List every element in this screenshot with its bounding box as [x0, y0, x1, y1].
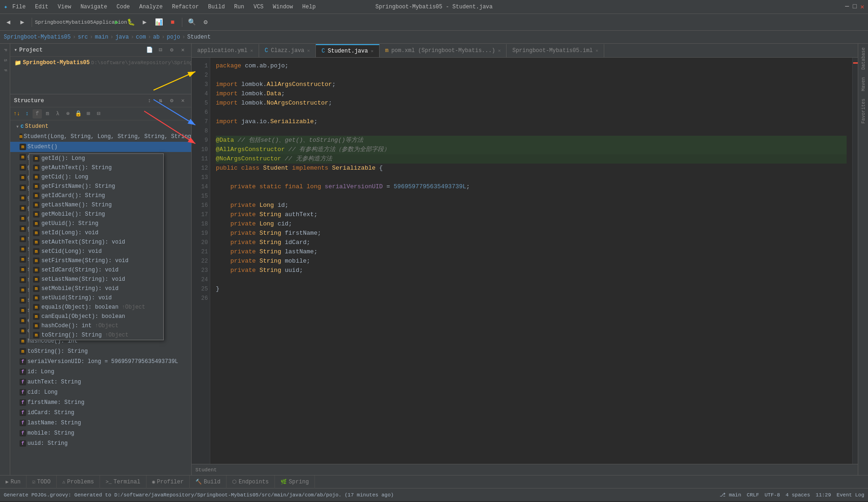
popup-item-getCid[interactable]: m getCid(): Long [29, 172, 163, 182]
run-button[interactable]: ▶ [110, 16, 123, 29]
tab-clazz-java[interactable]: C Clazz.java ✕ [259, 44, 316, 57]
popup-item-setLastName[interactable]: m setLastName(String): void [29, 275, 163, 284]
left-icon-favorites[interactable]: F [0, 66, 10, 75]
breadcrumb-java[interactable]: java [115, 34, 129, 40]
menu-edit[interactable]: Edit [33, 3, 50, 11]
bottom-tab-build[interactable]: 🔨 Build [190, 476, 227, 489]
bottom-tab-profiler[interactable]: ◉ Profiler [147, 476, 190, 489]
structure-field-4[interactable]: f firstName: String [10, 397, 191, 408]
bottom-tab-todo[interactable]: ☑ TODO [27, 476, 56, 489]
menu-navigate[interactable]: Navigate [79, 3, 109, 11]
popup-item-hashCode[interactable]: m hashCode(): int ↑Object [29, 321, 163, 330]
structure-field-7[interactable]: f mobile: String [10, 428, 191, 438]
indent[interactable]: 4 spaces [786, 492, 810, 498]
structure-method-1[interactable]: m Student() [10, 142, 191, 152]
breadcrumb-com[interactable]: com [136, 34, 146, 40]
bottom-tab-terminal[interactable]: >_ Terminal [100, 476, 147, 489]
minimize-button[interactable]: ─ [845, 3, 849, 11]
project-root-item[interactable]: 📁 Springboot-Mybatis05 D:\software\javaR… [10, 58, 191, 68]
project-tree[interactable]: 📁 Springboot-Mybatis05 D:\software\javaR… [10, 57, 191, 94]
popup-item-getLastName[interactable]: m getLastName(): String [29, 200, 163, 210]
close-button[interactable]: ✕ [861, 3, 864, 11]
popup-item-setCid[interactable]: m setCid(Long): void [29, 247, 163, 256]
tab-iml[interactable]: Springboot-Mybatis05.iml ✕ [507, 44, 604, 57]
stop-button[interactable]: ■ [166, 16, 179, 29]
bottom-tab-endpoints[interactable]: ⬡ Endpoints [227, 476, 275, 489]
breadcrumb-main[interactable]: main [95, 34, 108, 40]
maximize-button[interactable]: □ [853, 3, 856, 11]
structure-field-0[interactable]: f serialVersionUID: long = 5969597795635… [10, 357, 191, 367]
breadcrumb-src[interactable]: src [78, 34, 88, 40]
popup-item-getFirstName[interactable]: m getFirstName(): String [29, 182, 163, 191]
right-icon-favorites[interactable]: Favorites [858, 95, 868, 127]
encoding[interactable]: UTF-8 [765, 492, 780, 498]
popup-item-getId[interactable]: m getId(): Long [29, 154, 163, 163]
menu-help[interactable]: Help [300, 3, 318, 11]
run-config-selector[interactable]: SpringbootMybatis05Application▾ [35, 16, 109, 29]
tab-close-2[interactable]: ✕ [371, 48, 374, 54]
menu-run[interactable]: Run [232, 3, 246, 11]
event-log[interactable]: Event Log [837, 492, 864, 498]
project-collapse[interactable]: ⊟ [156, 46, 165, 55]
structure-field-1[interactable]: f id: Long [10, 367, 191, 377]
popup-item-setAuthText[interactable]: m setAuthText(String): void [29, 238, 163, 247]
structure-field-6[interactable]: f lastName: String [10, 418, 191, 428]
structure-field-3[interactable]: f cid: Long [10, 387, 191, 397]
tab-student-java[interactable]: C Student.java ✕ [316, 44, 380, 57]
code-editor[interactable]: package com.ab.pojo; import lombok.AllAr… [210, 58, 852, 464]
structure-sort-type[interactable]: ⇅ [156, 96, 165, 106]
show-fields[interactable]: f [33, 109, 42, 119]
show-inherited[interactable]: ⊕ [63, 109, 73, 119]
sort-by-visibility[interactable]: ↑↓ [12, 109, 21, 119]
structure-field-8[interactable]: f uuid: String [10, 438, 191, 449]
project-close[interactable]: ✕ [178, 46, 187, 55]
project-new-file[interactable]: 📄 [145, 46, 154, 55]
tab-close-4[interactable]: ✕ [595, 48, 598, 53]
right-icon-maven[interactable]: Maven [858, 73, 868, 95]
popup-item-setId[interactable]: m setId(Long): void [29, 228, 163, 238]
popup-item-toString[interactable]: m toString(): String ↑Object [29, 330, 163, 340]
run-with-coverage[interactable]: ▶ [138, 16, 151, 29]
structure-field-2[interactable]: f authText: String [10, 377, 191, 387]
structure-sort-alpha[interactable]: ↕ [145, 96, 154, 106]
popup-item-getAuthText[interactable]: m getAuthText(): String [29, 163, 163, 172]
menu-analyze[interactable]: Analyze [137, 3, 164, 11]
left-icon-project[interactable]: P [0, 46, 10, 55]
breadcrumb-ab[interactable]: ab [153, 34, 160, 40]
tab-close-1[interactable]: ✕ [307, 48, 310, 53]
show-methods[interactable]: m [43, 109, 52, 119]
collapse-all[interactable]: ⊟ [94, 109, 103, 119]
popup-item-getMobile[interactable]: m getMobile(): String [29, 210, 163, 219]
left-icon-structure[interactable]: S [0, 56, 10, 65]
popup-item-equals[interactable]: m equals(Object): boolean ↑Object [29, 303, 163, 312]
structure-field-5[interactable]: f idCard: String [10, 408, 191, 418]
git-status[interactable]: ⎇ main [720, 492, 741, 498]
menu-bar[interactable]: File Edit View Navigate Code Analyze Ref… [10, 3, 317, 11]
popup-item-setUuid[interactable]: m setUuid(String): void [29, 293, 163, 303]
tab-close-0[interactable]: ✕ [250, 48, 253, 53]
tab-pom-xml[interactable]: m pom.xml (Springboot-Mybatis...) ✕ [380, 44, 507, 57]
project-chevron[interactable]: ▾ [14, 46, 17, 53]
line-ending[interactable]: CRLF [747, 492, 759, 498]
menu-file[interactable]: File [10, 3, 27, 11]
menu-vcs[interactable]: VCS [252, 3, 266, 11]
profile-button[interactable]: 📊 [152, 16, 165, 29]
popup-item-setIdCard[interactable]: m setIdCard(String): void [29, 265, 163, 275]
structure-method-0[interactable]: m Student(Long, String, Long, String, St… [10, 132, 191, 142]
autocomplete-popup[interactable]: m getId(): Long m getAuthText(): String … [29, 153, 164, 340]
settings-button[interactable]: ⚙ [199, 16, 212, 29]
popup-item-canEqual[interactable]: m canEqual(Object): boolean [29, 312, 163, 321]
menu-refactor[interactable]: Refactor [170, 3, 201, 11]
sort-inherited[interactable]: ↕ [22, 109, 32, 119]
bottom-tab-problems[interactable]: ⚠ Problems [57, 476, 100, 489]
tab-close-3[interactable]: ✕ [498, 48, 501, 53]
tab-application-yml[interactable]: application.yml ✕ [192, 44, 259, 57]
popup-item-getUuid[interactable]: m getUuid(): String [29, 219, 163, 228]
popup-item-getIdCard[interactable]: m getIdCard(): String [29, 191, 163, 200]
bottom-tab-run[interactable]: ▶ Run [0, 476, 27, 489]
forward-button[interactable]: ▶ [16, 16, 29, 29]
popup-item-setFirstName[interactable]: m setFirstName(String): void [29, 256, 163, 265]
structure-method-21[interactable]: m toString(): String [10, 346, 191, 357]
breadcrumb-pojo[interactable]: pojo [167, 34, 180, 40]
breadcrumb-project[interactable]: Springboot-Mybatis05 [4, 34, 71, 40]
